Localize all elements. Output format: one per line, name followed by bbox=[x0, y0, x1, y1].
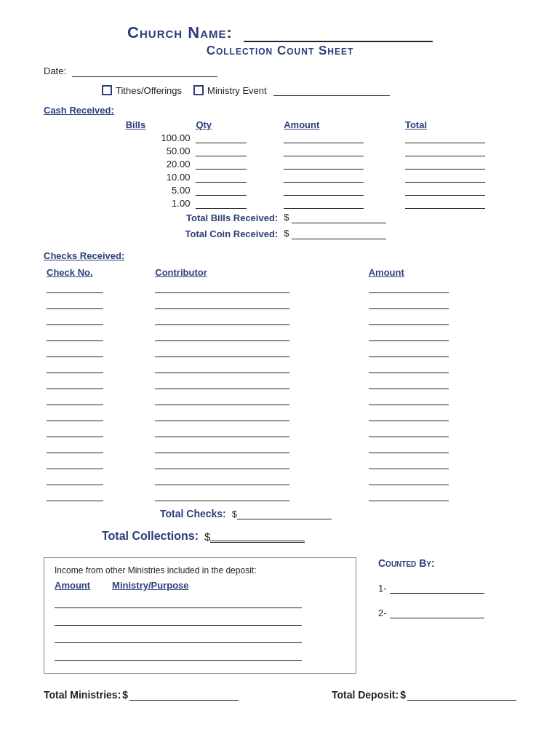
total-checks-row: Total Checks: $ bbox=[44, 508, 516, 519]
total-deposit-label: Total Deposit: bbox=[332, 689, 399, 701]
bill-amount-field[interactable] bbox=[281, 131, 402, 144]
date-row: Date: bbox=[44, 65, 516, 77]
contributor-field[interactable] bbox=[140, 375, 365, 391]
bill-qty-field[interactable] bbox=[193, 183, 281, 196]
contributor-field[interactable] bbox=[140, 391, 365, 407]
check-amount-field[interactable] bbox=[366, 311, 516, 327]
bill-total-field[interactable] bbox=[402, 131, 516, 144]
check-no-field[interactable] bbox=[44, 311, 140, 327]
contributor-field[interactable] bbox=[140, 439, 365, 455]
check-row bbox=[44, 279, 516, 295]
tithes-checkbox-item[interactable]: Tithes/Offerings bbox=[102, 85, 182, 96]
contributor-field[interactable] bbox=[140, 343, 365, 359]
total-checks-field[interactable] bbox=[237, 508, 332, 519]
check-amount-field[interactable] bbox=[366, 455, 516, 471]
check-amount-field[interactable] bbox=[366, 295, 516, 311]
check-no-field[interactable] bbox=[44, 439, 140, 455]
total-collections-field[interactable] bbox=[210, 530, 305, 543]
tithes-checkbox[interactable] bbox=[102, 85, 112, 95]
check-no-field[interactable] bbox=[44, 407, 140, 423]
check-no-field[interactable] bbox=[44, 375, 140, 391]
bill-total-field[interactable] bbox=[402, 196, 516, 210]
total-ministries-field[interactable] bbox=[129, 688, 239, 701]
total-ministries-label: Total Ministries: bbox=[44, 689, 121, 701]
bill-amount-field[interactable] bbox=[281, 144, 402, 157]
check-no-field[interactable] bbox=[44, 471, 140, 487]
counted-by-section: Counted By: 1- 2- bbox=[378, 557, 516, 674]
income-line[interactable] bbox=[55, 597, 302, 608]
check-amount-field[interactable] bbox=[366, 343, 516, 359]
check-no-field[interactable] bbox=[44, 343, 140, 359]
total-deposit-item: Total Deposit: $ bbox=[332, 688, 516, 701]
bill-qty-field[interactable] bbox=[193, 170, 281, 183]
check-amount-field[interactable] bbox=[366, 471, 516, 487]
contributor-field[interactable] bbox=[140, 471, 365, 487]
bill-total-field[interactable] bbox=[402, 170, 516, 183]
church-name-heading: Church Name: bbox=[44, 22, 516, 42]
ministry-event-checkbox-item[interactable]: Ministry Event bbox=[193, 84, 390, 96]
check-row bbox=[44, 439, 516, 455]
bill-row: 1.00 bbox=[44, 196, 516, 210]
contributor-field[interactable] bbox=[140, 407, 365, 423]
check-amount-field[interactable] bbox=[366, 327, 516, 343]
col-total-cash: Total bbox=[402, 119, 516, 131]
check-amount-field[interactable] bbox=[366, 423, 516, 439]
contributor-field[interactable] bbox=[140, 455, 365, 471]
contributor-field[interactable] bbox=[140, 311, 365, 327]
check-amount-field[interactable] bbox=[366, 391, 516, 407]
ministry-event-field[interactable] bbox=[273, 84, 390, 96]
check-amount-field[interactable] bbox=[366, 439, 516, 455]
ministry-event-checkbox[interactable] bbox=[193, 85, 204, 95]
check-row bbox=[44, 391, 516, 407]
footer-row: Total Ministries: $ Total Deposit: $ bbox=[44, 688, 516, 701]
bill-total-field[interactable] bbox=[402, 183, 516, 196]
contributor-field[interactable] bbox=[140, 423, 365, 439]
check-amount-field[interactable] bbox=[366, 407, 516, 423]
check-amount-field[interactable] bbox=[366, 359, 516, 375]
check-amount-field[interactable] bbox=[366, 487, 516, 503]
total-ministries-dollar: $ bbox=[122, 689, 128, 701]
total-ministries-item: Total Ministries: $ bbox=[44, 688, 239, 701]
check-no-field[interactable] bbox=[44, 359, 140, 375]
check-no-field[interactable] bbox=[44, 279, 140, 295]
check-no-field[interactable] bbox=[44, 487, 140, 503]
check-no-field[interactable] bbox=[44, 327, 140, 343]
income-line[interactable] bbox=[55, 649, 302, 661]
church-name-field[interactable] bbox=[244, 22, 433, 42]
total-checks-dollar: $ bbox=[232, 509, 237, 519]
counted-by-1-field[interactable] bbox=[390, 582, 484, 594]
bill-value: 1.00 bbox=[123, 196, 193, 210]
income-line[interactable] bbox=[55, 632, 302, 643]
bill-qty-field[interactable] bbox=[193, 144, 281, 157]
income-line[interactable] bbox=[55, 614, 302, 626]
total-bills-field[interactable] bbox=[292, 212, 386, 223]
date-field[interactable] bbox=[72, 65, 217, 77]
col-check-no: Check No. bbox=[44, 266, 140, 279]
contributor-field[interactable] bbox=[140, 295, 365, 311]
bill-qty-field[interactable] bbox=[193, 131, 281, 144]
check-no-field[interactable] bbox=[44, 391, 140, 407]
counted-by-2-field[interactable] bbox=[390, 607, 484, 618]
check-no-field[interactable] bbox=[44, 455, 140, 471]
bill-amount-field[interactable] bbox=[281, 157, 402, 170]
check-no-field[interactable] bbox=[44, 295, 140, 311]
bill-amount-field[interactable] bbox=[281, 196, 402, 210]
check-no-field[interactable] bbox=[44, 423, 140, 439]
col-amount-cash: Amount bbox=[281, 119, 402, 131]
contributor-field[interactable] bbox=[140, 359, 365, 375]
contributor-field[interactable] bbox=[140, 487, 365, 503]
contributor-field[interactable] bbox=[140, 279, 365, 295]
bill-total-field[interactable] bbox=[402, 144, 516, 157]
bill-total-field[interactable] bbox=[402, 157, 516, 170]
check-amount-field[interactable] bbox=[366, 279, 516, 295]
total-coin-field[interactable] bbox=[292, 228, 386, 239]
check-amount-field[interactable] bbox=[366, 375, 516, 391]
bill-qty-field[interactable] bbox=[193, 157, 281, 170]
bill-qty-field[interactable] bbox=[193, 196, 281, 210]
cash-table: Bills Qty Amount Total 100.00 50.00 20.0… bbox=[44, 119, 516, 242]
bill-amount-field[interactable] bbox=[281, 170, 402, 183]
contributor-field[interactable] bbox=[140, 327, 365, 343]
checks-received-header: Checks Received: bbox=[44, 250, 516, 261]
total-deposit-field[interactable] bbox=[407, 688, 516, 701]
bill-amount-field[interactable] bbox=[281, 183, 402, 196]
